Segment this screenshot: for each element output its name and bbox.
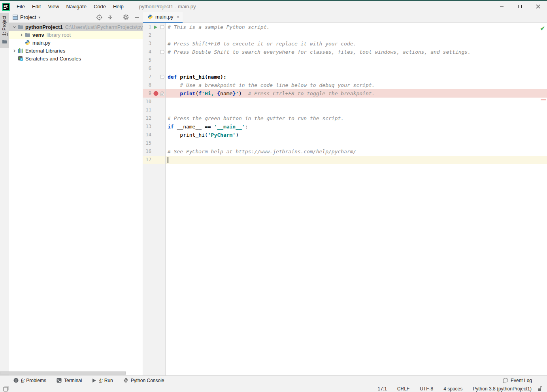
code-line-17[interactable]: 17 [143, 156, 547, 164]
fold-collapse-icon[interactable] [160, 48, 164, 56]
code-line-10[interactable]: 10 [143, 98, 547, 106]
tree-item-pythonproject1[interactable]: pythonProject1C:\Users\justi\PycharmProj… [9, 23, 143, 31]
code-line-6[interactable]: 6 [143, 64, 547, 73]
fold-collapse-icon[interactable] [160, 73, 164, 81]
code-line-16[interactable]: 16# See PyCharm help at https://www.jetb… [143, 147, 547, 156]
locate-icon [96, 14, 102, 21]
code-line-8[interactable]: 8 # Use a breakpoint in the code line be… [143, 81, 547, 89]
error-stripe-breakpoint-mark[interactable] [541, 99, 546, 100]
menu-code[interactable]: Code [90, 1, 109, 12]
tree-item-label: External Libraries [25, 48, 65, 54]
fold-lock-icon[interactable] [160, 89, 164, 98]
token-plain: ) [236, 132, 239, 138]
minimize-icon [500, 4, 504, 9]
gutter-line-16[interactable]: 16 [143, 147, 166, 156]
toolwindow-button-event-log[interactable]: Event Log [503, 376, 532, 385]
status-indent[interactable]: 4 spaces [438, 386, 468, 392]
menu-view[interactable]: View [44, 1, 62, 12]
menu-navigate[interactable]: Navigate [63, 1, 90, 12]
status-caret-position[interactable]: 17:1 [373, 386, 392, 392]
status-interpreter[interactable]: Python 3.8 (pythonProject1) [468, 386, 537, 392]
fold-collapse-icon[interactable] [160, 23, 164, 31]
gutter-line-4[interactable]: 4 [143, 48, 166, 56]
code-line-7[interactable]: 7def print_hi(name): [143, 73, 547, 81]
code-editor[interactable]: 1# This is a sample Python script.23# Pr… [143, 23, 547, 375]
code-line-5[interactable]: 5 [143, 56, 547, 64]
gutter-line-15[interactable]: 15 [143, 139, 166, 147]
code-text: # Press Shift+F10 to execute it or repla… [166, 40, 356, 48]
run-icon [153, 25, 158, 30]
code-line-1[interactable]: 1# This is a sample Python script. [143, 23, 547, 31]
breakpoint-icon[interactable] [153, 89, 158, 98]
settings-button[interactable] [122, 14, 129, 21]
code-line-3[interactable]: 3# Press Shift+F10 to execute it or repl… [143, 40, 547, 48]
tree-item-scratches-and-consoles[interactable]: Scratches and Consoles [9, 55, 143, 62]
code-line-11[interactable]: 11 [143, 106, 547, 114]
gutter-line-9[interactable]: 9 [143, 89, 166, 98]
tool-windows-icon[interactable] [3, 386, 9, 392]
gutter-line-7[interactable]: 7 [143, 73, 166, 81]
code-text: # Press Double Shift to search everywher… [166, 48, 471, 56]
code-line-2[interactable]: 2 [143, 31, 547, 40]
project-view-combo[interactable]: Project ▾ [13, 14, 40, 20]
toolwindow-button-terminal[interactable]: Terminal [57, 376, 82, 385]
code-line-9[interactable]: 9 print(f'Hi, {name}') # Press Ctrl+F8 t… [143, 89, 547, 98]
gutter-line-6[interactable]: 6 [143, 64, 166, 73]
toolbar-separator [118, 14, 118, 21]
tab-close-icon[interactable]: × [177, 14, 180, 20]
chevron-right-icon[interactable] [18, 33, 25, 37]
menu-edit[interactable]: Edit [28, 1, 44, 12]
code-line-12[interactable]: 12# Press the green button in the gutter… [143, 114, 547, 122]
menu-file[interactable]: File [13, 1, 28, 12]
gutter-line-5[interactable]: 5 [143, 56, 166, 64]
run-icon[interactable] [153, 23, 158, 31]
readonly-lock-icon[interactable] [538, 386, 542, 391]
tab-main.py[interactable]: main.py× [143, 12, 183, 23]
project-horizontal-scrollbar[interactable] [0, 371, 126, 375]
status-line-separator[interactable]: CRLF [392, 386, 415, 392]
gutter-line-3[interactable]: 3 [143, 40, 166, 48]
code-line-4[interactable]: 4# Press Double Shift to search everywhe… [143, 48, 547, 56]
tree-item-venv[interactable]: venvlibrary root [9, 31, 143, 39]
hide-icon [134, 15, 140, 20]
tree-item-external-libraries[interactable]: External Libraries [9, 47, 143, 55]
gutter-line-8[interactable]: 8 [143, 81, 166, 89]
close-button[interactable] [529, 1, 547, 12]
collapse-all-icon [108, 15, 113, 20]
gutter-line-1[interactable]: 1 [143, 23, 166, 31]
folder-icon [17, 24, 24, 29]
token-plain: ) [239, 90, 248, 96]
code-text [166, 31, 168, 40]
tree-item-main-py[interactable]: main.py [9, 39, 143, 47]
gutter-line-11[interactable]: 11 [143, 106, 166, 114]
minimize-button[interactable] [492, 1, 511, 12]
maximize-button[interactable] [511, 1, 529, 12]
collapse-all-button[interactable] [107, 14, 114, 21]
code-line-14[interactable]: 14 print_hi('PyCharm') [143, 131, 547, 139]
code-text [166, 56, 168, 64]
code-line-15[interactable]: 15 [143, 139, 547, 147]
gutter-line-13[interactable]: 13 [143, 122, 166, 131]
toolwindow-button-4-run[interactable]: 4: Run [92, 376, 113, 385]
chevron-right-icon[interactable] [11, 49, 17, 53]
hide-button[interactable] [133, 14, 140, 21]
token-kw: f [198, 90, 202, 96]
locate-button[interactable] [96, 14, 103, 21]
toolwindow-button-6-problems[interactable]: 6: Problems [13, 376, 46, 385]
tree-item-suffix: library root [47, 32, 71, 38]
inspections-ok-icon[interactable]: ✔ [540, 25, 545, 32]
status-encoding[interactable]: UTF-8 [415, 386, 438, 392]
token-plain: : [245, 124, 248, 130]
sidebar-item-project[interactable]: 1: Project [0, 13, 9, 48]
gutter-line-17[interactable]: 17 [143, 156, 166, 164]
toolwindow-button-python-console[interactable]: Python Console [123, 376, 164, 385]
gutter-line-12[interactable]: 12 [143, 114, 166, 122]
bottom-bar-right: Event Log [503, 376, 532, 385]
code-line-13[interactable]: 13if __name__ == '__main__': [143, 122, 547, 131]
gutter-line-14[interactable]: 14 [143, 131, 166, 139]
gutter-line-10[interactable]: 10 [143, 98, 166, 106]
gutter-line-2[interactable]: 2 [143, 31, 166, 40]
chevron-down-icon[interactable] [11, 25, 17, 29]
menu-bar: FileEditViewNavigateCodeHelp [13, 1, 127, 12]
menu-help[interactable]: Help [109, 1, 127, 12]
